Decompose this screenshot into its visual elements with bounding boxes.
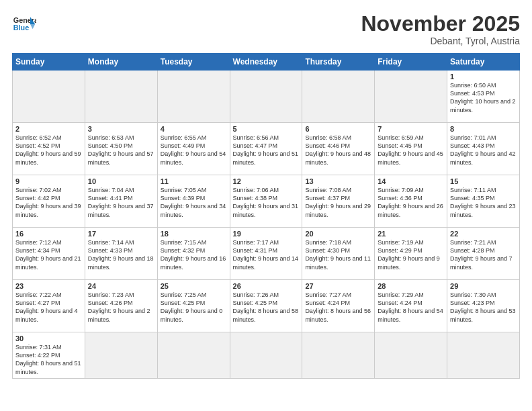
calendar-cell bbox=[302, 332, 375, 379]
day-number: 2 bbox=[15, 125, 82, 133]
day-number: 21 bbox=[378, 230, 444, 238]
day-info: Sunrise: 7:06 AM Sunset: 4:38 PM Dayligh… bbox=[233, 186, 300, 219]
day-number: 23 bbox=[15, 282, 82, 290]
calendar-cell bbox=[447, 332, 520, 379]
day-info: Sunrise: 7:08 AM Sunset: 4:37 PM Dayligh… bbox=[305, 186, 371, 219]
calendar-week-2: 2Sunrise: 6:52 AM Sunset: 4:52 PM Daylig… bbox=[13, 123, 520, 175]
calendar: SundayMondayTuesdayWednesdayThursdayFrid… bbox=[12, 53, 520, 379]
header: General Blue November 2025 Debant, Tyrol… bbox=[12, 12, 520, 46]
day-number: 6 bbox=[305, 125, 371, 133]
calendar-cell: 8Sunrise: 7:01 AM Sunset: 4:43 PM Daylig… bbox=[447, 123, 520, 175]
calendar-cell bbox=[375, 71, 447, 123]
weekday-header-row: SundayMondayTuesdayWednesdayThursdayFrid… bbox=[13, 54, 520, 71]
day-info: Sunrise: 7:25 AM Sunset: 4:25 PM Dayligh… bbox=[161, 291, 227, 324]
day-info: Sunrise: 7:11 AM Sunset: 4:35 PM Dayligh… bbox=[450, 186, 517, 219]
calendar-cell: 30Sunrise: 7:31 AM Sunset: 4:22 PM Dayli… bbox=[13, 332, 85, 379]
calendar-cell: 5Sunrise: 6:56 AM Sunset: 4:47 PM Daylig… bbox=[230, 123, 302, 175]
day-number: 11 bbox=[161, 177, 227, 185]
calendar-cell bbox=[157, 332, 230, 379]
calendar-cell: 20Sunrise: 7:18 AM Sunset: 4:30 PM Dayli… bbox=[302, 228, 375, 280]
calendar-cell: 22Sunrise: 7:21 AM Sunset: 4:28 PM Dayli… bbox=[447, 228, 520, 280]
calendar-cell: 26Sunrise: 7:26 AM Sunset: 4:25 PM Dayli… bbox=[230, 280, 302, 332]
calendar-cell: 18Sunrise: 7:15 AM Sunset: 4:32 PM Dayli… bbox=[157, 228, 230, 280]
day-number: 30 bbox=[15, 334, 82, 342]
day-info: Sunrise: 7:27 AM Sunset: 4:24 PM Dayligh… bbox=[305, 291, 371, 324]
day-number: 15 bbox=[450, 177, 517, 185]
calendar-cell: 9Sunrise: 7:02 AM Sunset: 4:42 PM Daylig… bbox=[13, 175, 85, 228]
day-info: Sunrise: 7:15 AM Sunset: 4:32 PM Dayligh… bbox=[161, 238, 227, 271]
day-number: 3 bbox=[88, 125, 154, 133]
day-number: 26 bbox=[233, 282, 300, 290]
calendar-cell: 3Sunrise: 6:53 AM Sunset: 4:50 PM Daylig… bbox=[85, 123, 157, 175]
weekday-header-wednesday: Wednesday bbox=[230, 54, 302, 71]
page: General Blue November 2025 Debant, Tyrol… bbox=[0, 0, 532, 411]
calendar-cell: 28Sunrise: 7:29 AM Sunset: 4:24 PM Dayli… bbox=[375, 280, 447, 332]
logo: General Blue bbox=[12, 12, 36, 36]
calendar-week-3: 9Sunrise: 7:02 AM Sunset: 4:42 PM Daylig… bbox=[13, 175, 520, 228]
day-number: 29 bbox=[450, 282, 517, 290]
calendar-cell: 1Sunrise: 6:50 AM Sunset: 4:53 PM Daylig… bbox=[447, 71, 520, 123]
day-number: 10 bbox=[88, 177, 154, 185]
weekday-header-friday: Friday bbox=[375, 54, 447, 71]
day-info: Sunrise: 7:19 AM Sunset: 4:29 PM Dayligh… bbox=[378, 238, 444, 271]
calendar-cell bbox=[13, 71, 85, 123]
calendar-cell: 2Sunrise: 6:52 AM Sunset: 4:52 PM Daylig… bbox=[13, 123, 85, 175]
day-info: Sunrise: 7:22 AM Sunset: 4:27 PM Dayligh… bbox=[15, 291, 82, 324]
day-info: Sunrise: 7:17 AM Sunset: 4:31 PM Dayligh… bbox=[233, 238, 300, 271]
calendar-cell: 17Sunrise: 7:14 AM Sunset: 4:33 PM Dayli… bbox=[85, 228, 157, 280]
day-number: 28 bbox=[378, 282, 444, 290]
day-number: 18 bbox=[161, 230, 227, 238]
calendar-cell: 15Sunrise: 7:11 AM Sunset: 4:35 PM Dayli… bbox=[447, 175, 520, 228]
calendar-cell: 29Sunrise: 7:30 AM Sunset: 4:23 PM Dayli… bbox=[447, 280, 520, 332]
day-number: 13 bbox=[305, 177, 371, 185]
calendar-cell bbox=[375, 332, 447, 379]
weekday-header-tuesday: Tuesday bbox=[157, 54, 230, 71]
day-info: Sunrise: 6:53 AM Sunset: 4:50 PM Dayligh… bbox=[88, 134, 154, 167]
weekday-header-sunday: Sunday bbox=[13, 54, 85, 71]
day-number: 1 bbox=[450, 73, 517, 81]
svg-text:Blue: Blue bbox=[13, 24, 29, 32]
calendar-week-4: 16Sunrise: 7:12 AM Sunset: 4:34 PM Dayli… bbox=[13, 228, 520, 280]
calendar-cell: 6Sunrise: 6:58 AM Sunset: 4:46 PM Daylig… bbox=[302, 123, 375, 175]
day-info: Sunrise: 7:26 AM Sunset: 4:25 PM Dayligh… bbox=[233, 291, 300, 324]
day-info: Sunrise: 7:18 AM Sunset: 4:30 PM Dayligh… bbox=[305, 238, 371, 271]
weekday-header-thursday: Thursday bbox=[302, 54, 375, 71]
calendar-cell: 10Sunrise: 7:04 AM Sunset: 4:41 PM Dayli… bbox=[85, 175, 157, 228]
day-number: 12 bbox=[233, 177, 300, 185]
day-info: Sunrise: 7:21 AM Sunset: 4:28 PM Dayligh… bbox=[450, 238, 517, 271]
calendar-cell bbox=[230, 332, 302, 379]
calendar-cell: 25Sunrise: 7:25 AM Sunset: 4:25 PM Dayli… bbox=[157, 280, 230, 332]
day-info: Sunrise: 7:14 AM Sunset: 4:33 PM Dayligh… bbox=[88, 238, 154, 271]
day-info: Sunrise: 7:01 AM Sunset: 4:43 PM Dayligh… bbox=[450, 134, 517, 167]
day-number: 17 bbox=[88, 230, 154, 238]
calendar-cell bbox=[85, 332, 157, 379]
day-number: 25 bbox=[161, 282, 227, 290]
day-number: 4 bbox=[161, 125, 227, 133]
calendar-cell: 24Sunrise: 7:23 AM Sunset: 4:26 PM Dayli… bbox=[85, 280, 157, 332]
day-number: 7 bbox=[378, 125, 444, 133]
day-number: 19 bbox=[233, 230, 300, 238]
day-info: Sunrise: 7:05 AM Sunset: 4:39 PM Dayligh… bbox=[161, 186, 227, 219]
calendar-cell: 11Sunrise: 7:05 AM Sunset: 4:39 PM Dayli… bbox=[157, 175, 230, 228]
calendar-cell: 12Sunrise: 7:06 AM Sunset: 4:38 PM Dayli… bbox=[230, 175, 302, 228]
day-number: 22 bbox=[450, 230, 517, 238]
day-info: Sunrise: 6:50 AM Sunset: 4:53 PM Dayligh… bbox=[450, 81, 517, 114]
day-info: Sunrise: 7:29 AM Sunset: 4:24 PM Dayligh… bbox=[378, 291, 444, 324]
title-block: November 2025 Debant, Tyrol, Austria bbox=[361, 12, 520, 46]
calendar-week-5: 23Sunrise: 7:22 AM Sunset: 4:27 PM Dayli… bbox=[13, 280, 520, 332]
day-info: Sunrise: 7:12 AM Sunset: 4:34 PM Dayligh… bbox=[15, 238, 82, 271]
location: Debant, Tyrol, Austria bbox=[361, 36, 520, 46]
day-info: Sunrise: 7:04 AM Sunset: 4:41 PM Dayligh… bbox=[88, 186, 154, 219]
day-info: Sunrise: 6:59 AM Sunset: 4:45 PM Dayligh… bbox=[378, 134, 444, 167]
calendar-cell bbox=[157, 71, 230, 123]
day-info: Sunrise: 7:30 AM Sunset: 4:23 PM Dayligh… bbox=[450, 291, 517, 324]
calendar-week-6: 30Sunrise: 7:31 AM Sunset: 4:22 PM Dayli… bbox=[13, 332, 520, 379]
month-title: November 2025 bbox=[361, 12, 520, 36]
calendar-cell: 4Sunrise: 6:55 AM Sunset: 4:49 PM Daylig… bbox=[157, 123, 230, 175]
day-number: 24 bbox=[88, 282, 154, 290]
day-number: 20 bbox=[305, 230, 371, 238]
logo-icon: General Blue bbox=[12, 12, 36, 36]
calendar-cell bbox=[302, 71, 375, 123]
day-info: Sunrise: 7:31 AM Sunset: 4:22 PM Dayligh… bbox=[15, 343, 82, 376]
calendar-cell: 19Sunrise: 7:17 AM Sunset: 4:31 PM Dayli… bbox=[230, 228, 302, 280]
